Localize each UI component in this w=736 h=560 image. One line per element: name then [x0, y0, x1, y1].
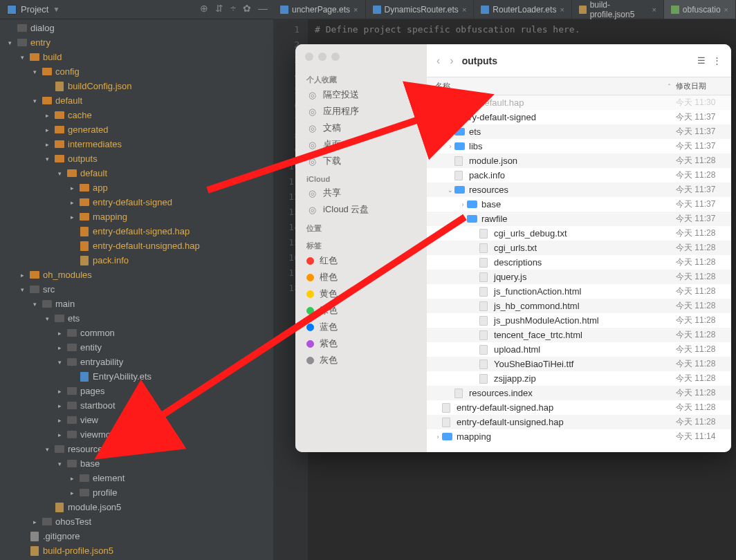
tree-arrow-icon[interactable] [68, 475, 76, 482]
editor-tab[interactable]: build-profile.json5× [572, 0, 664, 19]
tree-arrow-icon[interactable] [18, 54, 26, 61]
finder-row[interactable]: pack.info今天 11:28 [427, 168, 731, 183]
tree-arrow-icon[interactable] [55, 344, 64, 351]
sidebar-tag-item[interactable]: 红色 [295, 252, 427, 269]
tree-arrow-icon[interactable] [68, 185, 76, 192]
finder-row[interactable]: entry-default-unsigned.hap今天 11:28 [427, 415, 731, 429]
tree-arrow-icon[interactable] [55, 170, 64, 177]
settings-icon[interactable]: ✿ [243, 3, 251, 14]
sidebar-tag-item[interactable]: 紫色 [295, 335, 427, 352]
hide-icon[interactable]: — [258, 3, 268, 14]
tree-row[interactable]: build [0, 50, 273, 64]
tree-row[interactable]: cache [0, 108, 273, 122]
view-options-icon[interactable]: ⋮ [712, 55, 721, 66]
finder-row[interactable]: YouSheBiaoTiHei.ttf今天 11:28 [427, 357, 731, 371]
sidebar-item[interactable]: ◎共享 [295, 185, 427, 201]
sidebar-tag-item[interactable]: 蓝色 [295, 319, 427, 335]
tree-arrow-icon[interactable] [55, 388, 64, 395]
editor-tab[interactable]: RouterLoader.ets× [474, 0, 572, 19]
column-date-header[interactable]: 修改日期 [676, 81, 731, 91]
tab-close-icon[interactable]: × [353, 6, 358, 14]
tree-arrow-icon[interactable] [43, 315, 51, 322]
view-list-icon[interactable]: ☰ [697, 55, 706, 66]
tree-arrow-icon[interactable] [55, 431, 64, 438]
tree-arrow-icon[interactable] [43, 156, 51, 162]
finder-row[interactable]: resources今天 11:37 [427, 183, 731, 197]
tree-row[interactable]: element [0, 471, 273, 485]
disclosure-icon[interactable] [434, 433, 442, 440]
disclosure-icon[interactable] [459, 201, 467, 208]
tree-row[interactable]: viewmode [0, 427, 273, 442]
tree-row[interactable]: config [0, 64, 273, 79]
finder-row[interactable]: base今天 11:37 [427, 197, 731, 212]
tree-arrow-icon[interactable] [30, 97, 39, 104]
tree-row[interactable]: entryability [0, 355, 273, 369]
minimize-window-icon[interactable] [318, 53, 326, 61]
finder-row[interactable]: js_pushModuleAction.html今天 11:28 [427, 313, 731, 328]
tree-row[interactable]: entry-default-signed [0, 195, 273, 209]
tree-row[interactable]: app [0, 180, 273, 195]
tree-row[interactable]: entry-default-signed.hap [0, 224, 273, 239]
finder-row[interactable]: cgi_urls_debug.txt今天 11:28 [427, 226, 731, 241]
forward-icon[interactable]: › [450, 55, 453, 67]
tab-close-icon[interactable]: × [560, 6, 564, 14]
tree-arrow-icon[interactable] [55, 417, 64, 424]
tab-close-icon[interactable]: × [724, 6, 728, 14]
tree-row[interactable]: base [0, 456, 273, 471]
sort-asc-icon[interactable]: ˆ [668, 83, 670, 90]
tree-arrow-icon[interactable] [30, 68, 39, 75]
tree-arrow-icon[interactable] [68, 489, 76, 496]
tree-arrow-icon[interactable] [43, 446, 51, 453]
tree-row[interactable]: build-profile.json5 [0, 543, 273, 558]
tree-row[interactable]: ohosTest [0, 514, 273, 529]
sidebar-item[interactable]: ◎隔空投送 [295, 86, 427, 103]
sidebar-tag-item[interactable]: 橙色 [295, 269, 427, 286]
tree-arrow-icon[interactable] [68, 214, 76, 221]
tree-row[interactable]: pack.info [0, 253, 273, 268]
sidebar-item[interactable]: ◎桌面 [295, 136, 427, 153]
divide-icon[interactable]: ÷ [230, 3, 236, 14]
tree-arrow-icon[interactable] [18, 272, 26, 279]
tree-arrow-icon[interactable] [30, 519, 39, 525]
tree-row[interactable]: buildConfig.json [0, 79, 273, 93]
finder-row[interactable]: entry-default.hap今天 11:30 [427, 95, 731, 110]
tree-row[interactable]: outputs [0, 151, 273, 166]
tree-arrow-icon[interactable] [30, 301, 39, 308]
tree-row[interactable]: profile [0, 485, 273, 500]
finder-row[interactable]: entry-default-signed今天 11:37 [427, 110, 731, 124]
disclosure-icon[interactable] [446, 187, 454, 194]
tree-row[interactable]: main [0, 297, 273, 311]
disclosure-icon[interactable] [459, 216, 467, 223]
sidebar-item[interactable]: ◎下载 [295, 153, 427, 169]
tree-row[interactable]: dialog [0, 21, 273, 35]
tree-row[interactable]: .gitignore [0, 529, 273, 543]
finder-row[interactable]: jquery.js今天 11:28 [427, 270, 731, 284]
tree-row[interactable]: ets [0, 311, 273, 326]
sidebar-item[interactable]: ◎iCloud 云盘 [295, 201, 427, 218]
editor-tab[interactable]: uncherPage.ets× [273, 0, 366, 19]
tree-row[interactable]: oh_modules [0, 268, 273, 282]
finder-row[interactable]: resources.index今天 11:28 [427, 386, 731, 400]
finder-row[interactable]: rawfile今天 11:37 [427, 212, 731, 226]
editor-tab[interactable]: DynamicsRouter.ets× [366, 0, 475, 19]
maximize-window-icon[interactable] [331, 53, 340, 61]
tree-arrow-icon[interactable] [55, 359, 64, 366]
tree-arrow-icon[interactable] [43, 127, 51, 133]
tree-row[interactable]: module.json5 [0, 500, 273, 514]
tree-row[interactable]: pages [0, 384, 273, 398]
tree-row[interactable]: default [0, 93, 273, 108]
tree-arrow-icon[interactable] [68, 199, 76, 206]
finder-row[interactable]: zsjjapp.zip今天 11:28 [427, 371, 731, 386]
tree-row[interactable]: startboot [0, 398, 273, 413]
editor-tab[interactable]: obfuscatio× [664, 0, 736, 19]
tree-row[interactable]: default [0, 166, 273, 180]
finder-row[interactable]: mapping今天 11:14 [427, 429, 731, 444]
tree-arrow-icon[interactable] [55, 460, 64, 467]
tab-close-icon[interactable]: × [652, 6, 656, 14]
tree-row[interactable]: mapping [0, 209, 273, 224]
disclosure-icon[interactable] [446, 143, 454, 150]
finder-row[interactable]: ets今天 11:37 [427, 124, 731, 139]
tree-arrow-icon[interactable] [6, 39, 14, 46]
finder-row[interactable]: js_hb_commond.html今天 11:28 [427, 299, 731, 313]
finder-row[interactable]: module.json今天 11:28 [427, 153, 731, 168]
